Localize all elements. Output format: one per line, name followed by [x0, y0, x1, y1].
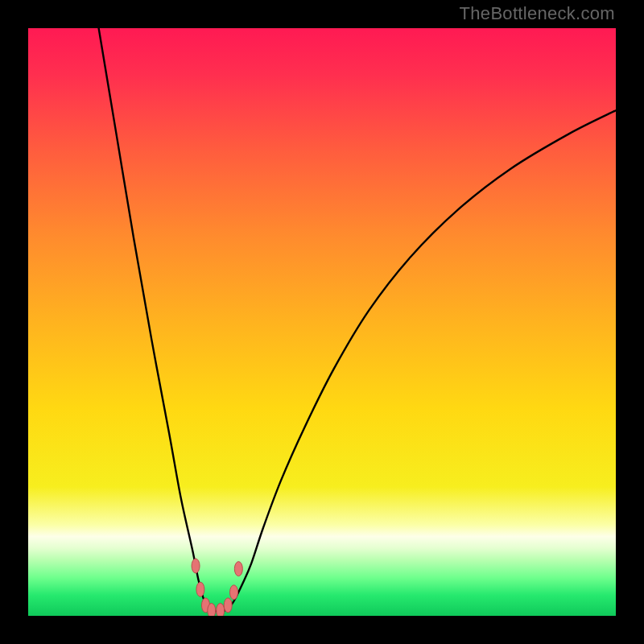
plot-area	[28, 28, 616, 616]
chart-frame: TheBottleneck.com	[0, 0, 644, 644]
watermark-text: TheBottleneck.com	[460, 3, 615, 24]
marker-dot	[192, 559, 200, 573]
marker-dot	[196, 582, 204, 597]
marker-dot	[234, 562, 242, 576]
marker-dot	[217, 603, 225, 616]
marker-dot	[208, 603, 216, 616]
marker-dot	[230, 585, 238, 600]
gradient-background	[28, 28, 616, 616]
marker-dot	[224, 598, 232, 613]
chart-svg	[28, 28, 616, 616]
